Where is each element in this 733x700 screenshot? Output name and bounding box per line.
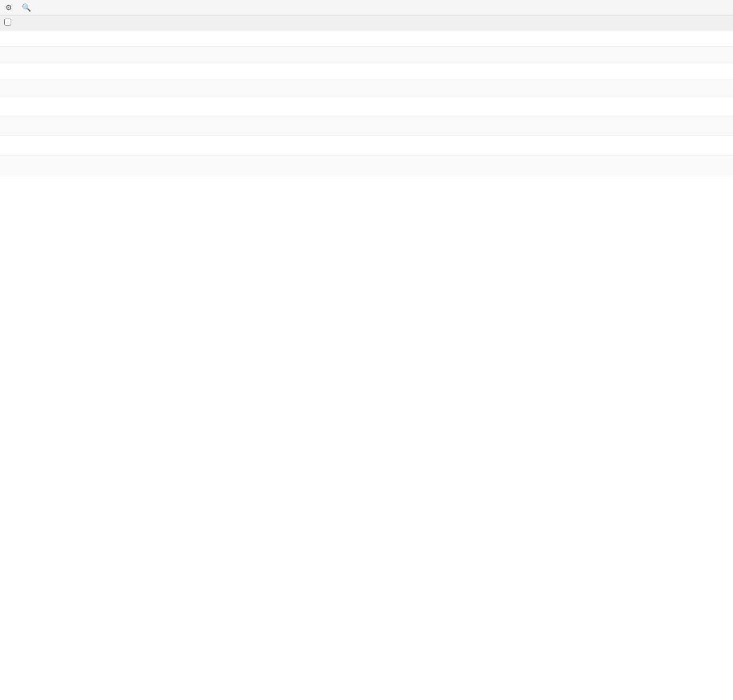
select-all-checkbox[interactable] — [4, 19, 11, 26]
tables-row: ≡ Rapid7 Asset ID ≡ Name — [0, 15, 733, 175]
left-table-wrapper: ≡ Rapid7 Asset ID ≡ Name — [0, 15, 733, 175]
settings-button[interactable]: ⚙ — [3, 2, 14, 13]
table-row: i 205 ec2-34-235-132-54.compute-1.amazon… — [0, 156, 733, 175]
table-row: i 207 ec2-54-80-97-197.compute-1.amazona… — [0, 63, 733, 80]
table-row: i 206 ec2-54-196-98-48.compute-1.amazona… — [0, 136, 733, 156]
col-header-check[interactable] — [0, 15, 733, 30]
left-table-body: i 211 ec2-3-208-3-86.compute-1.amazonaws… — [0, 30, 733, 175]
left-header-row: ≡ Rapid7 Asset ID ≡ Name — [0, 15, 733, 30]
row-checkbox-cell[interactable] — [0, 80, 733, 96]
row-checkbox-cell[interactable] — [0, 116, 733, 136]
row-checkbox-cell[interactable] — [0, 136, 733, 156]
row-checkbox-cell[interactable] — [0, 47, 733, 63]
row-checkbox-cell[interactable] — [0, 156, 733, 175]
left-table: ≡ Rapid7 Asset ID ≡ Name — [0, 15, 733, 175]
row-checkbox-cell[interactable] — [0, 63, 733, 80]
table-row: i 211 ec2-3-208-3-86.compute-1.amazonaws… — [0, 30, 733, 47]
table-row: i 204 ec2-18-234-58-145.compute-1.amazon… — [0, 116, 733, 136]
toolbar: ⚙ 🔍 — [0, 0, 733, 15]
main-container: ⚙ 🔍 ≡ Rapid7 Asset ID — [0, 0, 733, 175]
table-row: i 210 ec2-35-173-183-95.compute-1.amazon… — [0, 96, 733, 116]
row-checkbox-cell[interactable] — [0, 96, 733, 116]
table-row: i 208 ec2-54-197-163-192.compute-1.amazo… — [0, 47, 733, 63]
row-checkbox-cell[interactable] — [0, 30, 733, 47]
table-row: i 209 ec2-35-153-184-13.compute-1.amazon… — [0, 80, 733, 96]
search-button[interactable]: 🔍 — [20, 2, 33, 13]
